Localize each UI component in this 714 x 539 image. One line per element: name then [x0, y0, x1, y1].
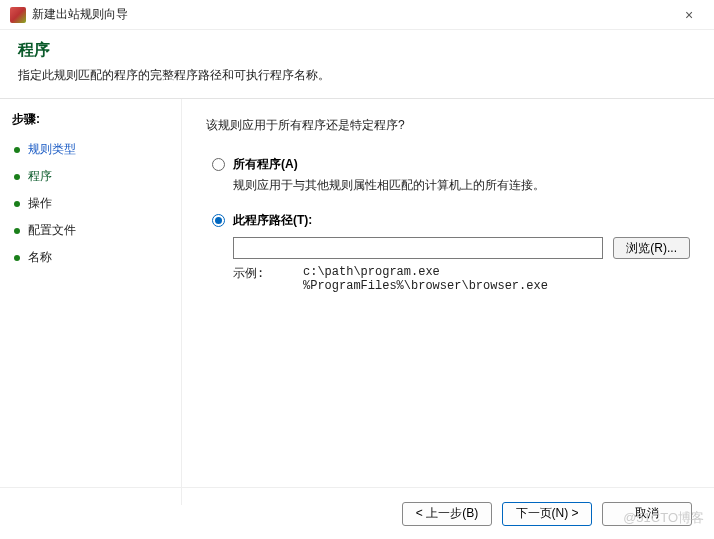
page-description: 指定此规则匹配的程序的完整程序路径和可执行程序名称。	[18, 67, 696, 84]
wizard-body: 步骤: 规则类型 程序 操作 配置文件 名称 该规则应用于所有程序还是特定程序?…	[0, 99, 714, 505]
bullet-icon	[14, 174, 20, 180]
radio-all-label: 所有程序(A)	[233, 156, 298, 173]
window-title: 新建出站规则向导	[32, 6, 674, 23]
radio-path-label: 此程序路径(T):	[233, 212, 312, 229]
step-rule-type[interactable]: 规则类型	[12, 136, 169, 163]
radio-icon	[212, 214, 225, 227]
wizard-footer: < 上一步(B) 下一页(N) > 取消 @51CTO博客	[0, 487, 714, 539]
titlebar: 新建出站规则向导 ×	[0, 0, 714, 30]
example-paths: c:\path\program.exe %ProgramFiles%\brows…	[303, 265, 548, 293]
example-label: 示例:	[233, 265, 303, 293]
bullet-icon	[14, 201, 20, 207]
next-button[interactable]: 下一页(N) >	[502, 502, 592, 526]
bullet-icon	[14, 255, 20, 261]
close-button[interactable]: ×	[674, 7, 704, 23]
step-label: 规则类型	[28, 141, 76, 158]
cancel-button[interactable]: 取消	[602, 502, 692, 526]
wizard-header: 程序 指定此规则匹配的程序的完整程序路径和可执行程序名称。	[0, 30, 714, 98]
app-icon	[10, 7, 26, 23]
program-path-input[interactable]	[233, 237, 603, 259]
steps-title: 步骤:	[12, 111, 169, 128]
content-question: 该规则应用于所有程序还是特定程序?	[206, 117, 690, 134]
step-label: 配置文件	[28, 222, 76, 239]
page-title: 程序	[18, 40, 696, 61]
back-button[interactable]: < 上一步(B)	[402, 502, 492, 526]
step-program[interactable]: 程序	[12, 163, 169, 190]
radio-this-path[interactable]: 此程序路径(T):	[212, 212, 690, 229]
steps-sidebar: 步骤: 规则类型 程序 操作 配置文件 名称	[0, 99, 182, 505]
step-label: 程序	[28, 168, 52, 185]
step-profile[interactable]: 配置文件	[12, 217, 169, 244]
step-label: 操作	[28, 195, 52, 212]
radio-all-desc: 规则应用于与其他规则属性相匹配的计算机上的所有连接。	[233, 177, 690, 194]
bullet-icon	[14, 228, 20, 234]
step-action[interactable]: 操作	[12, 190, 169, 217]
path-row: 浏览(R)...	[233, 237, 690, 259]
browse-button[interactable]: 浏览(R)...	[613, 237, 690, 259]
step-label: 名称	[28, 249, 52, 266]
example-row: 示例: c:\path\program.exe %ProgramFiles%\b…	[233, 265, 690, 293]
step-name[interactable]: 名称	[12, 244, 169, 271]
radio-group: 所有程序(A) 规则应用于与其他规则属性相匹配的计算机上的所有连接。 此程序路径…	[212, 156, 690, 293]
wizard-content: 该规则应用于所有程序还是特定程序? 所有程序(A) 规则应用于与其他规则属性相匹…	[182, 99, 714, 505]
radio-all-programs[interactable]: 所有程序(A)	[212, 156, 690, 173]
bullet-icon	[14, 147, 20, 153]
radio-icon	[212, 158, 225, 171]
